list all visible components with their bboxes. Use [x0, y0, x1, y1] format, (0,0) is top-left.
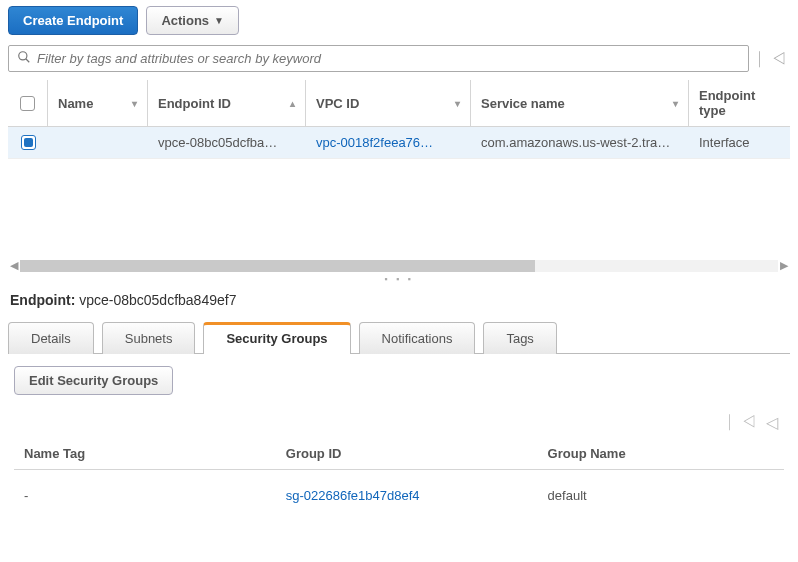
tab-subnets[interactable]: Subnets [102, 322, 196, 354]
cell-endpoint-type: Interface [689, 127, 790, 158]
sg-cell-group-name: default [538, 480, 784, 511]
row-checkbox[interactable] [21, 135, 36, 150]
column-name[interactable]: Name▾ [48, 80, 148, 126]
scroll-right-icon[interactable]: ▶ [778, 259, 790, 272]
column-endpoint-id[interactable]: Endpoint ID▴ [148, 80, 306, 126]
sg-page-first-icon[interactable]: ⎸◁ [729, 413, 756, 432]
sg-column-name-tag[interactable]: Name Tag [14, 438, 276, 469]
detail-endpoint-id: vpce-08bc05dcfba849ef7 [79, 292, 236, 308]
column-service-name[interactable]: Service name▾ [471, 80, 689, 126]
splitter-handle-icon: ▪ ▪ ▪ [384, 274, 414, 284]
column-vpc-id[interactable]: VPC ID▾ [306, 80, 471, 126]
column-endpoint-type[interactable]: Endpoint type [689, 80, 790, 126]
cell-vpc-id[interactable]: vpc-0018f2feea76… [306, 127, 471, 158]
tab-notifications[interactable]: Notifications [359, 322, 476, 354]
cell-service-name: com.amazonaws.us-west-2.tra… [471, 127, 689, 158]
table-row[interactable]: vpce-08bc05dcfba… vpc-0018f2feea76… com.… [8, 127, 790, 159]
endpoints-table: Name▾ Endpoint ID▴ VPC ID▾ Service name▾… [8, 80, 790, 159]
chevron-down-icon: ▼ [214, 15, 224, 26]
tab-security-groups[interactable]: Security Groups [203, 322, 350, 354]
sg-table-row[interactable]: - sg-022686fe1b47d8ef4 default [14, 470, 784, 521]
detail-prefix: Endpoint: [10, 292, 75, 308]
pane-splitter[interactable]: ▪ ▪ ▪ [8, 272, 790, 286]
detail-header: Endpoint: vpce-08bc05dcfba849ef7 [8, 286, 790, 314]
sg-column-group-name[interactable]: Group Name [538, 438, 784, 469]
sort-icon: ▾ [673, 98, 678, 109]
tab-tags[interactable]: Tags [483, 322, 556, 354]
sg-column-group-id[interactable]: Group ID [276, 438, 538, 469]
cell-name [48, 127, 148, 158]
page-first-icon[interactable]: ⎸◁ [755, 50, 790, 68]
sg-cell-name-tag: - [14, 480, 276, 511]
edit-security-groups-button[interactable]: Edit Security Groups [14, 366, 173, 395]
scroll-left-icon[interactable]: ◀ [8, 259, 20, 272]
sg-cell-group-id[interactable]: sg-022686fe1b47d8ef4 [276, 480, 538, 511]
search-icon [17, 50, 31, 67]
select-all-checkbox[interactable] [20, 96, 35, 111]
scroll-thumb[interactable] [20, 260, 535, 272]
tab-details[interactable]: Details [8, 322, 94, 354]
svg-point-0 [19, 52, 27, 60]
horizontal-scrollbar[interactable]: ◀ ▶ [8, 259, 790, 272]
filter-input[interactable] [37, 51, 740, 66]
create-endpoint-button[interactable]: Create Endpoint [8, 6, 138, 35]
svg-line-1 [26, 59, 30, 63]
sg-page-prev-icon[interactable]: ◁ [766, 413, 778, 432]
scroll-track[interactable] [20, 260, 778, 272]
filter-search[interactable] [8, 45, 749, 72]
actions-button-label: Actions [161, 13, 209, 28]
sort-icon: ▾ [132, 98, 137, 109]
cell-endpoint-id: vpce-08bc05dcfba… [148, 127, 306, 158]
sort-icon: ▾ [455, 98, 460, 109]
actions-button[interactable]: Actions ▼ [146, 6, 239, 35]
sort-asc-icon: ▴ [290, 98, 295, 109]
